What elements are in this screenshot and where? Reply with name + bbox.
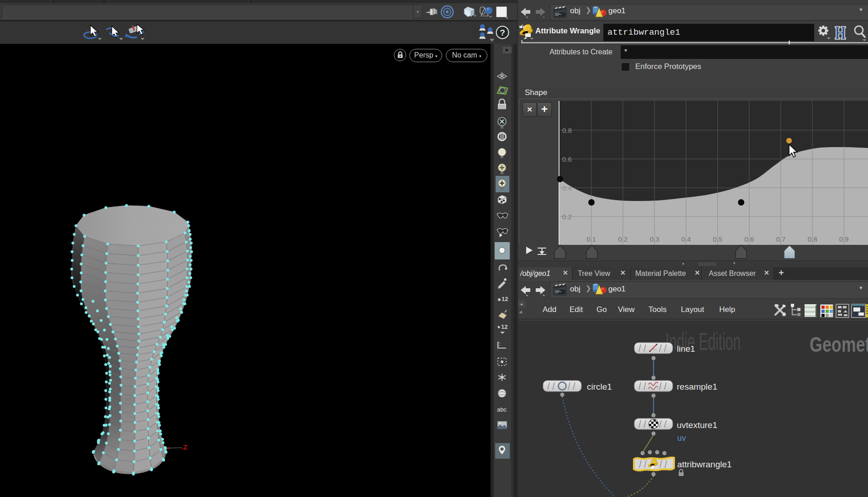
svg-text:line1: line1 [677,344,695,354]
svg-text:0.4: 0.4 [681,235,691,243]
svg-text:attribwrangle1: attribwrangle1 [677,460,732,469]
svg-text:0.6: 0.6 [744,235,754,243]
svg-text:0.2: 0.2 [562,213,572,221]
svg-text:0.4: 0.4 [562,184,572,192]
svg-text:0.5: 0.5 [713,235,722,243]
svg-text:0.6: 0.6 [562,155,572,163]
svg-text:circle1: circle1 [587,382,612,391]
svg-text:0.2: 0.2 [618,235,627,243]
svg-text:Geometry: Geometry [810,333,868,356]
svg-text:0.7: 0.7 [776,235,785,243]
svg-text:.Z: .Z [181,443,187,451]
svg-text:0.8: 0.8 [808,235,817,243]
svg-text:0.1: 0.1 [586,235,596,243]
svg-text:0.3: 0.3 [650,235,659,243]
svg-text:0.9: 0.9 [839,235,849,243]
svg-text:uv: uv [677,434,686,443]
svg-text:resample1: resample1 [677,382,717,391]
svg-text:uvtexture1: uvtexture1 [677,420,717,430]
svg-text:0.8: 0.8 [562,127,572,134]
